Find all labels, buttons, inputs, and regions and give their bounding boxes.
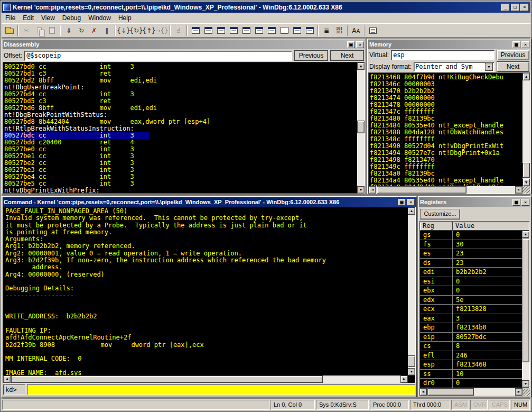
open-source-file-button[interactable] — [3, 24, 16, 36]
registers-dock-button[interactable]: ▦ — [512, 199, 520, 206]
disassembly-content[interactable]: ▲ ▼ 80527bd0 cc int 380527bd1 c3 ret8052… — [3, 62, 365, 194]
memory-scroll-down-icon[interactable]: ▼ — [522, 179, 530, 186]
registers-titlebar[interactable]: Registers ▦ × — [419, 197, 530, 207]
register-value[interactable]: 0 — [453, 231, 522, 240]
memory-titlebar[interactable]: Memory ▦ × — [368, 40, 530, 49]
command-close-button[interactable]: × — [407, 199, 415, 206]
step-into-button[interactable]: {↓} — [117, 24, 130, 36]
main-titlebar[interactable]: Kernel 'com:pipe,resets=0,reconnect,port… — [2, 2, 530, 13]
register-row[interactable]: ebpf82134b0 — [420, 323, 522, 333]
minimize-button[interactable]: _ — [501, 4, 510, 11]
memory-hscroll-thumb[interactable] — [377, 186, 466, 194]
registers-scroll-left-icon[interactable]: ◄ — [419, 388, 427, 396]
maximize-button[interactable]: □ — [511, 4, 519, 11]
register-value[interactable]: f8213828 — [453, 305, 522, 314]
register-row[interactable]: ds23 — [420, 259, 522, 268]
memory-next-button[interactable]: Next — [497, 61, 529, 72]
memory-close-button[interactable]: × — [521, 41, 529, 48]
registers-vscrollbar[interactable]: ▲ ▼ — [522, 231, 529, 388]
close-button[interactable]: ✕ — [520, 4, 529, 11]
registers-hscrollbar[interactable]: ◄ ► — [419, 388, 522, 396]
menu-debug[interactable]: Debug — [59, 13, 85, 23]
registers-scroll-right-icon[interactable]: ► — [515, 388, 522, 396]
register-value[interactable]: 10 — [453, 370, 522, 379]
break-button[interactable]: ∥ — [100, 24, 113, 36]
locals-window-button[interactable] — [214, 24, 227, 36]
command-scroll-down-icon[interactable]: ▼ — [408, 368, 415, 376]
menu-file[interactable]: File — [2, 13, 19, 23]
register-value[interactable]: 0 — [453, 277, 522, 286]
insert-remove-breakpoint-button[interactable]: ☝ — [172, 24, 185, 36]
menu-edit[interactable]: Edit — [19, 13, 38, 23]
command-vscrollbar[interactable]: ▲ ▼ — [408, 207, 415, 376]
command-scroll-left-icon[interactable]: ◄ — [3, 376, 11, 383]
stop-debugging-button[interactable]: ✗ — [88, 24, 100, 36]
register-value[interactable]: 3 — [453, 314, 522, 323]
register-row[interactable]: ecxf8213828 — [420, 305, 522, 314]
disassembly-vscrollbar[interactable]: ▲ ▼ — [357, 62, 365, 194]
command-dock-button[interactable]: ▣ — [398, 199, 406, 206]
register-row[interactable]: eax3 — [420, 314, 522, 324]
registers-close-button[interactable]: × — [521, 199, 529, 206]
command-scroll-up-icon[interactable]: ▲ — [408, 207, 415, 215]
combo-dropdown-icon[interactable]: ▼ — [485, 63, 493, 71]
register-row[interactable]: gs0 — [420, 231, 522, 240]
registers-vscroll-thumb[interactable] — [522, 239, 529, 362]
watch-window-button[interactable] — [202, 24, 214, 36]
menu-help[interactable]: Help — [115, 13, 135, 23]
customize-button[interactable]: Customize... — [420, 209, 460, 219]
registers-resize-grip[interactable] — [523, 389, 530, 396]
command-input[interactable] — [27, 384, 415, 395]
offset-input[interactable]: @$scopeip — [24, 51, 292, 61]
disassembly-scroll-thumb[interactable] — [357, 121, 365, 133]
step-out-button[interactable]: {↑} — [143, 24, 155, 36]
command-scroll-right-icon[interactable]: ► — [400, 376, 408, 383]
register-row[interactable]: ebx0 — [420, 286, 522, 296]
register-value[interactable]: 23 — [453, 259, 522, 268]
disassembly-window-button[interactable] — [265, 24, 278, 36]
register-value[interactable]: 23 — [453, 249, 522, 258]
command-hscroll-thumb[interactable] — [11, 376, 323, 383]
registers-scroll-down-icon[interactable]: ▼ — [522, 380, 529, 388]
disassembly-scroll-up-icon[interactable]: ▲ — [357, 62, 365, 70]
register-row[interactable]: ss10 — [420, 370, 522, 379]
command-window-button[interactable] — [189, 24, 202, 36]
register-value[interactable]: 30 — [453, 240, 522, 249]
virtual-input[interactable]: esp — [391, 50, 494, 60]
options-button[interactable] — [367, 24, 379, 36]
register-value[interactable]: b2b2b2b2 — [453, 268, 522, 277]
disassembly-scroll-down-icon[interactable]: ▼ — [357, 186, 365, 194]
menu-view[interactable]: View — [38, 13, 59, 23]
menu-window[interactable]: Window — [85, 13, 115, 23]
command-titlebar[interactable]: Command - Kernel 'com:pipe,resets=0,reco… — [3, 197, 416, 207]
register-row[interactable]: eip80527bdc — [420, 333, 522, 342]
memory-window-button[interactable] — [240, 24, 253, 36]
memory-hscrollbar[interactable]: ◄ ► — [369, 186, 522, 194]
disasm-line[interactable]: nt!vDbgPrintExWithPrefix: — [3, 187, 357, 194]
register-value[interactable]: f8213468 — [453, 360, 522, 369]
memory-resize-grip[interactable] — [522, 186, 530, 194]
register-value[interactable]: 0 — [453, 286, 522, 295]
registers-scroll-up-icon[interactable]: ▲ — [522, 231, 529, 238]
font-button[interactable]: Aᴀ — [350, 24, 362, 36]
memory-scroll-left-icon[interactable]: ◄ — [369, 186, 376, 194]
processes-window-button[interactable] — [291, 24, 303, 36]
disassembly-titlebar[interactable]: Disassembly ▣ × — [3, 40, 365, 49]
go-button[interactable]: ⇓ — [62, 24, 75, 36]
disassembly-next-button[interactable]: Next — [330, 50, 364, 61]
registers-hscroll-thumb[interactable] — [427, 388, 474, 396]
register-row[interactable]: fs30 — [420, 240, 522, 250]
command-content[interactable]: PAGE_FAULT_IN_NONPAGED_AREA (50)Invalid … — [3, 207, 416, 383]
command-browser-button[interactable] — [303, 24, 316, 36]
register-value[interactable]: 0 — [453, 379, 522, 388]
command-hscrollbar[interactable]: ◄ ► — [3, 376, 408, 383]
register-value[interactable]: 8 — [453, 342, 522, 351]
restart-button[interactable]: ↻ — [75, 24, 88, 36]
register-value[interactable]: 5e — [453, 296, 522, 305]
display-format-combobox[interactable]: Pointer and Sym ▼ — [414, 62, 494, 72]
register-value[interactable]: f82134b0 — [453, 323, 522, 332]
register-row[interactable]: espf8213468 — [420, 360, 522, 370]
call-stack-window-button[interactable] — [253, 24, 265, 36]
memory-scroll-right-icon[interactable]: ► — [515, 186, 522, 194]
memory-dock-button[interactable]: ▦ — [512, 41, 520, 48]
